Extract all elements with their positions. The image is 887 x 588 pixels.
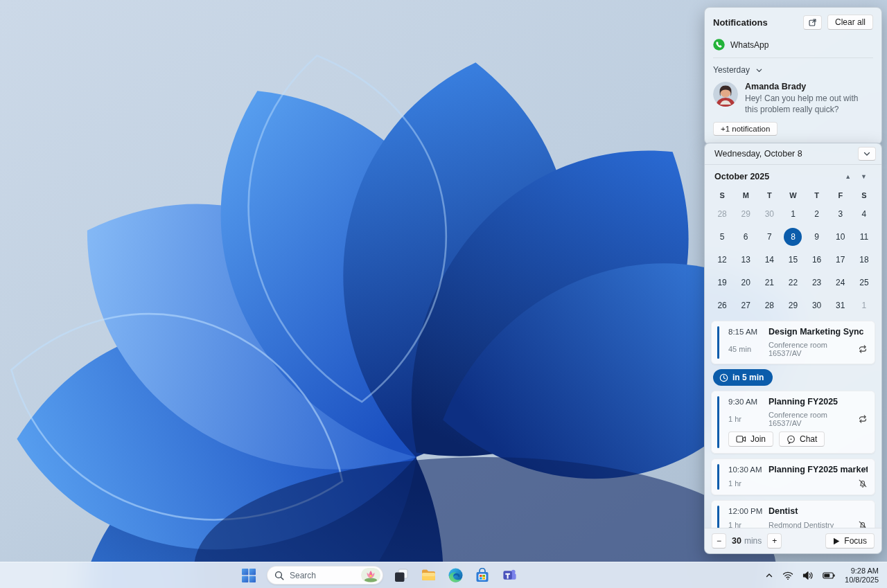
calendar-day-29[interactable]: 29 [781, 294, 805, 317]
teams-button[interactable] [500, 567, 518, 585]
search-icon [274, 571, 284, 580]
hidden-icons-button[interactable] [763, 569, 775, 582]
clock-icon [719, 373, 728, 382]
calendar-day-21[interactable]: 21 [757, 271, 781, 294]
weekday-header-4: T [805, 188, 829, 202]
chat-button[interactable]: Chat [779, 431, 825, 447]
calendar-day-28[interactable]: 28 [710, 202, 734, 225]
calendar-day-5[interactable]: 5 [710, 225, 734, 248]
calendar-day-30[interactable]: 30 [805, 294, 829, 317]
weekday-header-0: S [710, 188, 734, 202]
speaker-icon [802, 571, 814, 580]
calendar-day-8-selected[interactable]: 8 [781, 225, 805, 248]
calendar-day-16[interactable]: 16 [805, 248, 829, 271]
notification-item-amanda-brady[interactable]: Amanda Brady Hey! Can you help me out wi… [713, 82, 873, 115]
calendar-day-15[interactable]: 15 [781, 248, 805, 271]
recurring-icon [858, 414, 868, 424]
meeting-countdown-badge: in 5 min [713, 369, 773, 386]
notifications-muted-icon [858, 479, 868, 488]
event-accent-bar [717, 396, 719, 448]
calendar-prev-month-button[interactable]: ▲ [840, 172, 856, 181]
edge-icon [448, 567, 464, 583]
countdown-label: in 5 min [732, 373, 764, 382]
calendar-day-12[interactable]: 12 [710, 248, 734, 271]
edge-browser-button[interactable] [446, 567, 464, 585]
more-notifications-button[interactable]: +1 notification [713, 122, 778, 136]
notification-sender: Amanda Brady [745, 82, 870, 91]
tray-time: 9:28 AM [845, 567, 879, 576]
agenda-event-design-marketing-sync[interactable]: 8:15 AM Design Marketing Sync 45 min Con… [711, 321, 875, 364]
calendar-day-9[interactable]: 9 [805, 225, 829, 248]
clear-all-button[interactable]: Clear all [827, 15, 873, 30]
calendar-day-26[interactable]: 26 [710, 294, 734, 317]
microsoft-store-button[interactable] [473, 567, 491, 585]
focus-session-bar: − 30 mins + Focus [705, 528, 881, 553]
search-highlight-lotus-icon[interactable] [361, 568, 380, 582]
calendar-day-28[interactable]: 28 [757, 294, 781, 317]
calendar-day-30[interactable]: 30 [757, 202, 781, 225]
weekday-header-5: F [829, 188, 852, 202]
event-title: Planning FY2025 marketing [769, 465, 868, 474]
start-button[interactable] [240, 567, 258, 585]
event-duration: 1 hr [728, 521, 769, 528]
wifi-status-button[interactable] [780, 569, 796, 582]
calendar-day-24[interactable]: 24 [829, 271, 852, 294]
search-input[interactable] [290, 571, 355, 580]
chevron-down-icon [863, 150, 871, 158]
agenda-event-planning-fy2025-marketing[interactable]: 10:30 AM Planning FY2025 marketing 1 hr [711, 458, 875, 495]
agenda-list: 8:15 AM Design Marketing Sync 45 min Con… [705, 317, 881, 528]
event-accent-bar [717, 506, 719, 528]
calendar-next-month-button[interactable]: ▼ [856, 172, 872, 181]
notification-center-panel: Notifications Clear all WhatsApp Yesterd… [704, 7, 882, 145]
calendar-day-4[interactable]: 4 [852, 202, 876, 225]
wifi-icon [782, 571, 793, 580]
notification-settings-button[interactable] [803, 15, 822, 30]
file-explorer-button[interactable] [419, 567, 437, 585]
event-accent-bar [717, 326, 719, 359]
clock-date-button[interactable]: 9:28 AM 10/8/2025 [842, 565, 881, 586]
notification-section-toggle[interactable]: Yesterday [713, 65, 873, 75]
calendar-day-22[interactable]: 22 [781, 271, 805, 294]
volume-status-button[interactable] [800, 569, 816, 582]
battery-icon [823, 571, 835, 580]
taskbar: 9:28 AM 10/8/2025 [0, 562, 887, 588]
calendar-day-2[interactable]: 2 [805, 202, 829, 225]
join-meeting-button[interactable]: Join [728, 431, 773, 447]
calendar-day-1[interactable]: 1 [852, 294, 876, 317]
calendar-day-6[interactable]: 6 [734, 225, 757, 248]
collapse-calendar-button[interactable] [858, 147, 876, 161]
calendar-day-13[interactable]: 13 [734, 248, 757, 271]
decrease-minutes-button[interactable]: − [712, 533, 726, 549]
calendar-day-31[interactable]: 31 [829, 294, 852, 317]
increase-minutes-button[interactable]: + [767, 533, 782, 549]
agenda-event-dentist[interactable]: 12:00 PM Dentist 1 hr Redmond Dentistry [711, 500, 875, 528]
notification-group-whatsapp[interactable]: WhatsApp [713, 39, 873, 58]
event-time: 10:30 AM [728, 465, 769, 474]
calendar-day-14[interactable]: 14 [757, 248, 781, 271]
focus-button[interactable]: Focus [825, 533, 875, 549]
battery-status-button[interactable] [820, 569, 837, 582]
calendar-day-1[interactable]: 1 [781, 202, 805, 225]
calendar-day-17[interactable]: 17 [829, 248, 852, 271]
calendar-day-18[interactable]: 18 [852, 248, 876, 271]
taskbar-search-box[interactable] [267, 566, 383, 585]
avatar [713, 82, 738, 107]
calendar-month-label: October 2025 [714, 172, 840, 181]
calendar-day-11[interactable]: 11 [852, 225, 876, 248]
microsoft-store-icon [475, 568, 490, 583]
calendar-day-3[interactable]: 3 [829, 202, 852, 225]
calendar-day-27[interactable]: 27 [734, 294, 757, 317]
calendar-day-25[interactable]: 25 [852, 271, 876, 294]
calendar-day-7[interactable]: 7 [757, 225, 781, 248]
calendar-day-10[interactable]: 10 [829, 225, 852, 248]
event-duration: 1 hr [728, 479, 769, 488]
focus-duration-value: 30 mins [732, 536, 762, 546]
calendar-day-20[interactable]: 20 [734, 271, 757, 294]
calendar-day-29[interactable]: 29 [734, 202, 757, 225]
agenda-event-planning-fy2025[interactable]: 9:30 AM Planning FY2025 1 hr Conference … [711, 391, 875, 454]
file-explorer-icon [421, 567, 437, 583]
calendar-day-19[interactable]: 19 [710, 271, 734, 294]
video-camera-icon [736, 435, 746, 443]
calendar-day-23[interactable]: 23 [805, 271, 829, 294]
task-view-button[interactable] [392, 567, 410, 585]
